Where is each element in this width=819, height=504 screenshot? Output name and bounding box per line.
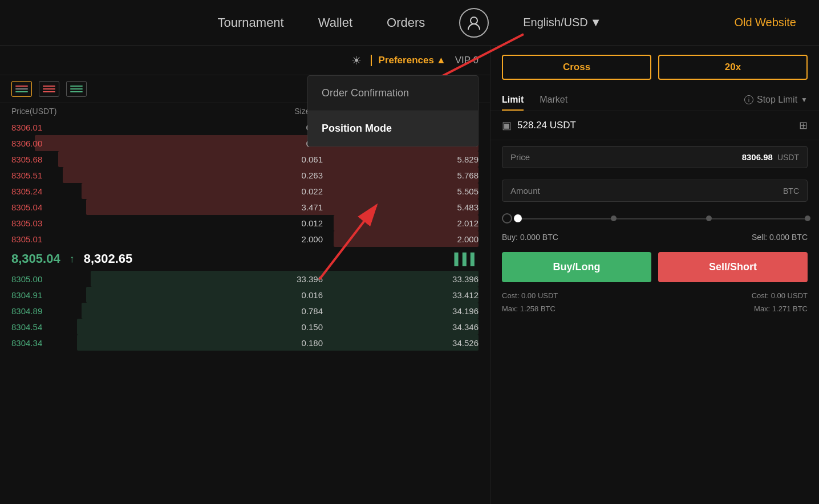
nav-old-website[interactable]: Old Website xyxy=(734,16,796,29)
nav-wallet[interactable]: Wallet xyxy=(318,15,352,30)
calculator-icon[interactable]: ⊞ xyxy=(799,119,808,132)
table-row: 8304.89 0.784 34.196 xyxy=(11,303,479,319)
sell-price: 8305.51 xyxy=(11,170,167,180)
table-row: 8305.01 2.000 2.000 xyxy=(11,231,479,247)
wallet-balance: 528.24 USDT xyxy=(517,120,576,131)
buy-price: 8304.34 xyxy=(11,338,167,348)
buy-size: 0.016 xyxy=(167,290,323,300)
orderbook-view-both[interactable] xyxy=(11,81,32,97)
trade-panel: Cross 20x Limit Market i Stop Limit ▼ ▣ … xyxy=(490,46,819,504)
buy-cost-label: Cost: 0.00 USDT xyxy=(502,291,558,300)
sell-price: 8305.68 xyxy=(11,155,167,164)
stop-limit-chevron-icon: ▼ xyxy=(801,96,808,104)
buy-total: 33.396 xyxy=(323,274,479,284)
buy-size: 0.784 xyxy=(167,306,323,316)
sell-price: 8305.03 xyxy=(11,218,167,228)
sell-price: 8305.04 xyxy=(11,202,167,212)
preferences-dropdown: Order Confirmation Position Mode xyxy=(307,75,479,147)
sell-size: 2.000 xyxy=(167,234,323,244)
sell-max-label: Max: 1.271 BTC xyxy=(754,304,808,313)
sell-total: 5.505 xyxy=(323,186,479,196)
tab-stop-limit[interactable]: i Stop Limit ▼ xyxy=(744,95,808,105)
buysell-buttons-row: Buy/Long Sell/Short xyxy=(490,245,819,289)
nav-tournament[interactable]: Tournament xyxy=(218,15,284,30)
wallet-icon: ▣ xyxy=(502,119,512,132)
price-input-value: 8306.98 xyxy=(742,152,773,162)
sell-btc-label: Sell: 0.000 BTC xyxy=(752,233,808,242)
buy-total: 34.346 xyxy=(323,322,479,332)
sell-short-button[interactable]: Sell/Short xyxy=(658,252,808,282)
orderbook-view-buy[interactable] xyxy=(66,81,87,97)
spread-index-price: 8,302.65 xyxy=(84,251,133,266)
nav-orders[interactable]: Orders xyxy=(387,15,425,30)
buy-rows: 8305.00 33.396 33.396 8304.91 0.016 33.4… xyxy=(0,271,490,351)
amount-input-unit: BTC xyxy=(783,186,799,196)
table-row: 8305.24 0.022 5.505 xyxy=(11,183,479,199)
preferences-button[interactable]: Preferences ▲ xyxy=(371,55,446,66)
tab-limit[interactable]: Limit xyxy=(502,89,524,111)
sell-total: 5.829 xyxy=(323,155,479,164)
buy-size: 0.150 xyxy=(167,322,323,332)
cost-row: Cost: 0.00 USDT Cost: 0.00 USDT xyxy=(490,289,819,302)
table-row: 8305.51 0.263 5.768 xyxy=(11,167,479,183)
sell-total: 5.768 xyxy=(323,170,479,180)
sell-price: 8305.24 xyxy=(11,186,167,196)
price-input-unit: USDT xyxy=(777,153,799,162)
buy-price: 8304.54 xyxy=(11,322,167,332)
main-area: ☀ Preferences ▲ VIP 0 Order Confirmation… xyxy=(0,46,819,504)
amount-input-label: Amount xyxy=(510,186,779,196)
table-row: 8305.03 0.012 2.012 xyxy=(11,215,479,231)
vip-label: VIP 0 xyxy=(455,55,479,66)
order-type-tabs: Limit Market i Stop Limit ▼ xyxy=(490,89,819,111)
orderbook-panel: ☀ Preferences ▲ VIP 0 Order Confirmation… xyxy=(0,46,490,504)
buy-total: 33.412 xyxy=(323,290,479,300)
sell-total: 2.000 xyxy=(323,234,479,244)
spread-bars-icon: ▌▌▌ xyxy=(454,253,479,266)
trade-top-row: Cross 20x xyxy=(490,46,819,89)
sell-size: 0.061 xyxy=(167,155,323,164)
sell-price: 8306.01 xyxy=(11,123,167,132)
dropdown-order-confirmation[interactable]: Order Confirmation xyxy=(308,76,478,111)
svg-point-0 xyxy=(471,17,477,24)
spread-row: 8,305.04 ↑ 8,302.65 ▌▌▌ xyxy=(0,247,490,271)
sell-size: 0.31 xyxy=(167,139,323,148)
subheader: ☀ Preferences ▲ VIP 0 Order Confirmation… xyxy=(0,46,490,75)
price-header: Price(USDT) xyxy=(11,107,167,116)
spread-price-main: 8,305.04 xyxy=(11,251,60,266)
buy-size: 33.396 xyxy=(167,274,323,284)
cross-button[interactable]: Cross xyxy=(502,55,651,80)
buy-size: 0.180 xyxy=(167,338,323,348)
slider-track[interactable] xyxy=(518,218,808,220)
buy-price: 8305.00 xyxy=(11,274,167,284)
sell-total: 5.483 xyxy=(323,202,479,212)
sell-size: 0.012 xyxy=(167,218,323,228)
buy-price: 8304.89 xyxy=(11,306,167,316)
buy-long-button[interactable]: Buy/Long xyxy=(502,252,651,282)
sell-cost-label: Cost: 0.00 USDT xyxy=(752,291,808,300)
sell-total: 2.012 xyxy=(323,218,479,228)
leverage-button[interactable]: 20x xyxy=(658,55,808,80)
orderbook-view-sell[interactable] xyxy=(39,81,59,97)
theme-icon[interactable]: ☀ xyxy=(351,54,362,67)
sell-size: 3.471 xyxy=(167,202,323,212)
price-input-label: Price xyxy=(510,152,742,162)
table-row: 8305.68 0.061 5.829 xyxy=(11,151,479,167)
sell-size: 0.44 xyxy=(167,123,323,132)
nav-avatar[interactable] xyxy=(459,8,489,38)
buy-total: 34.196 xyxy=(323,306,479,316)
sell-size: 0.263 xyxy=(167,170,323,180)
buy-total: 34.526 xyxy=(323,338,479,348)
size-header: Size(BT xyxy=(167,107,323,116)
amount-input-row[interactable]: Amount BTC xyxy=(502,180,808,202)
sell-price: 8306.00 xyxy=(11,139,167,148)
tab-market[interactable]: Market xyxy=(540,89,567,111)
table-row: 8305.00 33.396 33.396 xyxy=(11,271,479,287)
table-row: 8305.04 3.471 5.483 xyxy=(11,199,479,215)
slider-handle-start[interactable] xyxy=(502,213,512,223)
slider-handle[interactable] xyxy=(514,214,522,222)
nav-language[interactable]: English/USD ▼ xyxy=(523,16,601,29)
table-row: 8304.34 0.180 34.526 xyxy=(11,335,479,351)
price-input-row[interactable]: Price 8306.98 USDT xyxy=(502,146,808,168)
dropdown-position-mode[interactable]: Position Mode xyxy=(308,111,478,146)
max-row: Max: 1.258 BTC Max: 1.271 BTC xyxy=(490,302,819,315)
